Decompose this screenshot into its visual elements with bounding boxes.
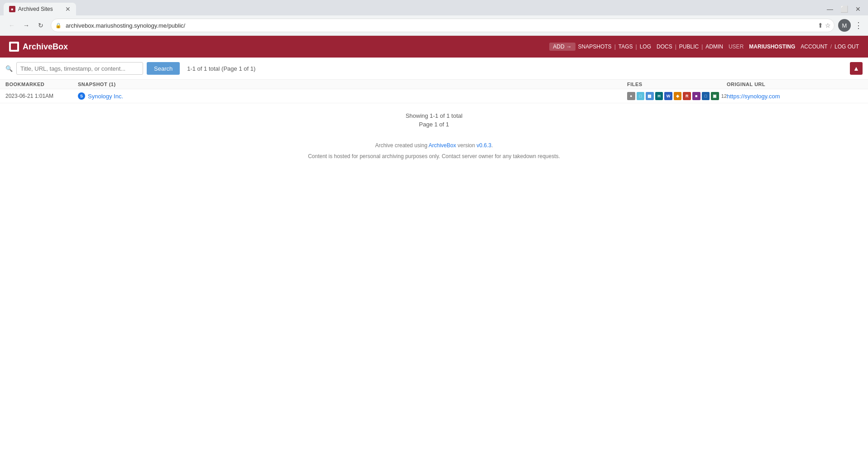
forward-button[interactable]: → xyxy=(20,19,33,32)
search-icon: 🔍 xyxy=(5,65,13,72)
reload-button[interactable]: ↻ xyxy=(34,19,47,32)
snapshots-link[interactable]: SNAPSHOTS xyxy=(578,43,612,50)
file-icon-media[interactable]: ■ xyxy=(692,92,700,100)
footer-notice: Content is hosted for personal archiving… xyxy=(0,153,868,159)
address-right-icons: ⬆ ☆ xyxy=(818,22,831,29)
snapshot-cell: S Synology Inc. xyxy=(78,92,627,100)
version-text: version xyxy=(456,142,476,149)
scroll-top-button[interactable]: ▲ xyxy=(850,62,863,75)
archivebox-link[interactable]: ArchiveBox xyxy=(428,142,456,149)
file-icon-pdf[interactable]: □ xyxy=(637,92,645,100)
log-link[interactable]: LOG xyxy=(640,43,651,50)
public-link[interactable]: PUBLIC xyxy=(679,43,699,50)
showing-text: Showing 1-1 of 1 total xyxy=(0,112,868,119)
address-bar-wrap: 🔒 ⬆ ☆ xyxy=(51,19,834,32)
search-area: 🔍 Search 1-1 of 1 total (Page 1 of 1) ▲ xyxy=(0,58,868,80)
col-files: FILES xyxy=(627,82,727,87)
version-link[interactable]: v0.6.3 xyxy=(477,142,492,149)
user-label: USER xyxy=(729,43,743,50)
back-button[interactable]: ← xyxy=(5,19,18,32)
address-input[interactable] xyxy=(51,19,834,32)
nav-buttons: ← → ↻ xyxy=(5,19,47,32)
separator-4: | xyxy=(675,43,676,50)
bookmark-star-icon[interactable]: ☆ xyxy=(825,22,831,29)
logo-icon xyxy=(9,42,19,52)
add-button[interactable]: ADD → xyxy=(549,43,575,51)
col-original-url: ORIGINAL URL xyxy=(727,82,863,87)
bookmark-date: 2023-06-21 1:01AM xyxy=(5,93,78,99)
file-icon-archive[interactable]: ▣ xyxy=(711,92,719,100)
app-title: ArchiveBox xyxy=(23,42,68,52)
docs-link[interactable]: DOCS xyxy=(657,43,672,50)
separator-1: | xyxy=(614,43,616,50)
app-header: ArchiveBox ADD → SNAPSHOTS | TAGS | LOG … xyxy=(0,36,868,58)
page-footer: Showing 1-1 of 1 total Page 1 of 1 xyxy=(0,103,868,131)
credits-text: Archive created using xyxy=(375,142,428,149)
user-name: MARIUSHOSTING xyxy=(749,43,795,50)
window-controls: — ⬜ ✕ xyxy=(827,5,864,13)
tab-title: Archived Sites xyxy=(18,6,62,12)
file-icon-screenshot[interactable]: ▦ xyxy=(646,92,654,100)
site-favicon: S xyxy=(78,92,85,100)
minimize-button[interactable]: — xyxy=(827,5,833,13)
maximize-button[interactable]: ⬜ xyxy=(840,5,848,13)
page-info: Page 1 of 1 xyxy=(0,121,868,128)
col-bookmarked: BOOKMARKED xyxy=(5,82,78,87)
search-result-info: 1-1 of 1 total (Page 1 of 1) xyxy=(187,65,255,72)
share-icon[interactable]: ⬆ xyxy=(818,22,823,29)
file-icon-html[interactable]: ● xyxy=(627,92,635,100)
tab-bar: ■ Archived Sites ✕ — ⬜ ✕ xyxy=(0,0,868,15)
menu-button[interactable]: ⋮ xyxy=(854,20,863,30)
footer-credits: Archive created using ArchiveBox version… xyxy=(0,142,868,149)
app-logo[interactable]: ArchiveBox xyxy=(9,42,68,52)
table-row: 2023-06-21 1:01AM S Synology Inc. ● □ ▦ … xyxy=(0,89,868,103)
profile-button[interactable]: M xyxy=(838,19,851,32)
separator-8: / xyxy=(830,43,832,50)
admin-link[interactable]: ADMIN xyxy=(705,43,723,50)
original-url-cell: https://synology.com xyxy=(727,93,863,100)
file-icon-wget[interactable]: ◈ xyxy=(674,92,682,100)
active-tab[interactable]: ■ Archived Sites ✕ xyxy=(4,3,76,15)
account-link[interactable]: ACCOUNT xyxy=(801,43,827,50)
file-icon-headers[interactable]: H xyxy=(655,92,663,100)
tags-link[interactable]: TAGS xyxy=(619,43,633,50)
tab-close-button[interactable]: ✕ xyxy=(65,6,71,12)
results-table: BOOKMARKED SNAPSHOT (1) FILES ORIGINAL U… xyxy=(0,80,868,103)
snapshot-title: Synology Inc. xyxy=(88,93,123,100)
lock-icon: 🔒 xyxy=(55,23,62,29)
search-button[interactable]: Search xyxy=(147,62,180,75)
search-input[interactable] xyxy=(16,62,143,75)
file-icon-readability[interactable]: R xyxy=(683,92,691,100)
snapshot-link[interactable]: S Synology Inc. xyxy=(78,92,627,100)
col-snapshot: SNAPSHOT (1) xyxy=(78,82,627,87)
tab-favicon: ■ xyxy=(9,6,15,12)
header-nav: ADD → SNAPSHOTS | TAGS | LOG DOCS | PUBL… xyxy=(549,43,859,51)
file-icons: ● □ ▦ H W ◈ R ■ □ ▣ 12 xyxy=(627,92,727,100)
file-count: 12 xyxy=(721,93,727,99)
logout-link[interactable]: LOG OUT xyxy=(834,43,859,50)
separator-2: | xyxy=(636,43,637,50)
original-url-link[interactable]: https://synology.com xyxy=(727,93,780,100)
close-window-button[interactable]: ✕ xyxy=(855,5,861,13)
file-icon-warc[interactable]: W xyxy=(664,92,672,100)
logo-icon-inner xyxy=(11,43,17,50)
separator-5: | xyxy=(701,43,703,50)
table-header: BOOKMARKED SNAPSHOT (1) FILES ORIGINAL U… xyxy=(0,80,868,89)
file-icon-git[interactable]: □ xyxy=(702,92,710,100)
address-bar-area: ← → ↻ 🔒 ⬆ ☆ M ⋮ xyxy=(0,15,868,35)
credits-end: . xyxy=(491,142,493,149)
browser-chrome: ■ Archived Sites ✕ — ⬜ ✕ ← → ↻ 🔒 ⬆ ☆ M ⋮ xyxy=(0,0,868,36)
